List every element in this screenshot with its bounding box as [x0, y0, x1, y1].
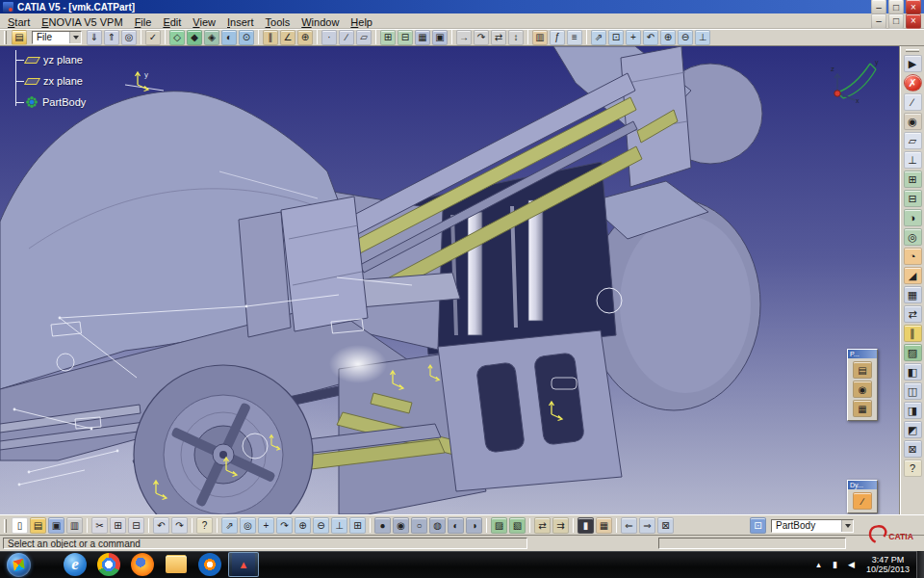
normal-view-icon[interactable]: ⊥ — [695, 30, 710, 45]
snap-to-point-icon[interactable]: ▣ — [432, 30, 448, 45]
mass-properties-icon[interactable]: ⊕ — [297, 30, 313, 45]
measure-item-icon[interactable]: ∠ — [280, 30, 295, 45]
fly-mode-icon[interactable]: ⇗ — [221, 517, 238, 534]
toolbar-grip[interactable] — [4, 519, 7, 533]
isometric-view-icon[interactable]: ◇ — [169, 30, 185, 45]
partbody-icon[interactable] — [26, 96, 38, 108]
send-to-icon[interactable]: ⇉ — [552, 517, 569, 534]
loft-icon[interactable]: ◨ — [904, 402, 922, 419]
sketcher-icon[interactable]: ∕ — [904, 93, 922, 111]
scale-icon[interactable]: ↕ — [508, 30, 524, 45]
tree-node-label[interactable]: PartBody — [42, 96, 86, 108]
volume-icon[interactable]: ◀ — [845, 557, 858, 572]
formula-icon[interactable]: ƒ — [550, 30, 565, 45]
chevron-down-icon[interactable] — [841, 520, 853, 532]
shading-mode-icon[interactable]: ◆ — [187, 30, 202, 45]
fly-through-icon[interactable]: ⇗ — [591, 30, 606, 45]
catalog-icon[interactable]: ▦ — [596, 517, 612, 534]
network-icon[interactable]: ▮ — [829, 557, 841, 572]
axis-system-icon[interactable]: ⊥ — [904, 151, 922, 169]
toolbar-grip[interactable] — [906, 49, 919, 52]
menu-file[interactable]: File — [129, 15, 158, 29]
open-document-icon[interactable]: ▤ — [30, 517, 46, 534]
hide-show-icon[interactable]: ◐ — [221, 30, 237, 45]
open-folder-icon[interactable]: ▤ — [12, 30, 27, 45]
previous-view-icon[interactable]: ⇐ — [621, 517, 637, 534]
rear-wing-endplate-left[interactable] — [281, 197, 368, 331]
view-compass[interactable]: z y x — [828, 50, 882, 104]
power-input-field[interactable]: PartBody — [771, 519, 854, 533]
menu-edit[interactable]: Edit — [157, 15, 187, 29]
catalog-browser-icon[interactable]: ▥ — [532, 30, 548, 45]
graph-tree-icon[interactable]: ⊠ — [657, 517, 674, 534]
chamfer-icon[interactable]: ◢ — [904, 267, 922, 284]
rotate-3d-icon[interactable]: ↷ — [276, 517, 293, 534]
quick-print-icon[interactable]: ▤ — [853, 361, 872, 379]
3d-viewport[interactable]: y — [0, 46, 900, 514]
shaft-icon[interactable]: ◑ — [904, 209, 922, 226]
taskbar-clock[interactable]: 3:47 PM 10/25/2013 — [866, 555, 910, 574]
edge-fillet-icon[interactable]: ◔ — [904, 248, 922, 265]
customize-view-icon[interactable]: ◍ — [429, 517, 446, 534]
remove-face-icon[interactable]: ◩ — [904, 421, 922, 438]
show-desktop-button[interactable] — [916, 551, 924, 578]
magnifier-icon[interactable]: ⊙ — [239, 30, 254, 45]
paint-icon[interactable]: ▧ — [509, 517, 526, 534]
work-on-grid-icon[interactable]: ▦ — [415, 30, 430, 45]
rotate-icon[interactable]: ↷ — [474, 30, 489, 45]
graph-tool-icon[interactable]: ⊠ — [904, 440, 922, 458]
measure-inertia-icon[interactable]: ▮ — [578, 517, 594, 534]
plane-icon[interactable] — [24, 57, 40, 64]
zoom-in-icon[interactable]: ⊕ — [295, 517, 311, 534]
media-player-taskbar-button[interactable] — [194, 552, 225, 577]
close-icon[interactable]: ✗ — [904, 74, 922, 92]
enovia-open-icon[interactable]: ⇑ — [104, 30, 119, 45]
sew-surface-icon[interactable]: ◧ — [904, 363, 922, 381]
menu-tools[interactable]: Tools — [260, 15, 296, 29]
minimize-document-icon[interactable]: – — [871, 13, 886, 29]
zoom-out-view-icon[interactable]: ⊖ — [678, 30, 693, 45]
tree-node-zx-plane[interactable]: zx plane — [15, 73, 83, 89]
windows-explorer-taskbar-button[interactable] — [161, 552, 192, 577]
pocket-tool-icon[interactable]: ⊟ — [904, 190, 922, 207]
wireframe-icon[interactable]: ○ — [411, 517, 427, 534]
redo-icon[interactable]: ↷ — [171, 517, 188, 534]
menu-help[interactable]: Help — [345, 15, 378, 29]
cut-icon[interactable]: ✂ — [91, 517, 108, 534]
plane-icon[interactable] — [24, 78, 40, 85]
toolbar-grip[interactable] — [4, 31, 7, 44]
rectangular-pattern-icon[interactable]: ▦ — [904, 286, 922, 303]
pan-icon[interactable]: + — [258, 517, 274, 534]
plane-icon[interactable]: ▱ — [356, 30, 372, 45]
next-view-icon[interactable]: ⇒ — [639, 517, 655, 534]
fit-all-in-icon[interactable]: ◎ — [240, 517, 256, 534]
plane-tool-icon[interactable]: ▱ — [904, 132, 922, 149]
file-selector[interactable]: File — [32, 31, 82, 44]
toolbar-title[interactable]: P... — [848, 350, 877, 358]
save-document-icon[interactable]: ▣ — [48, 517, 64, 534]
help-icon[interactable]: ? — [904, 460, 922, 477]
mirror-icon[interactable]: ⇄ — [904, 305, 922, 323]
toolbar-title[interactable]: Dy... — [848, 481, 877, 489]
full-screen-icon[interactable]: ⊡ — [608, 30, 624, 45]
hole-icon[interactable]: ◎ — [904, 228, 922, 246]
tree-node-label[interactable]: yz plane — [43, 54, 83, 66]
menu-insert[interactable]: Insert — [221, 15, 260, 29]
wireframe-mode-icon[interactable]: ◈ — [204, 30, 219, 45]
analysis-icon[interactable]: ≡ — [567, 30, 582, 45]
tools-palette-icon[interactable]: ⊡ — [750, 517, 766, 534]
apply-material-icon[interactable]: ▨ — [491, 517, 507, 534]
restore-document-icon[interactable]: □ — [888, 13, 904, 29]
new-document-icon[interactable]: ▯ — [12, 517, 28, 534]
pad-tool-icon[interactable]: ⊞ — [904, 171, 922, 188]
thickness-icon[interactable]: ◫ — [904, 382, 922, 400]
enovia-save-icon[interactable]: ⇓ — [87, 30, 102, 45]
exchange-icon[interactable]: ⇄ — [534, 517, 551, 534]
create-multi-view-icon[interactable]: ⊞ — [349, 517, 366, 534]
enovia-search-icon[interactable]: ◎ — [121, 30, 137, 45]
firefox-taskbar-button[interactable] — [127, 552, 158, 577]
hidden-icons-icon[interactable]: ▴ — [812, 557, 825, 572]
whats-this-icon[interactable]: ? — [196, 517, 213, 534]
menu-view[interactable]: View — [187, 15, 221, 29]
shading-icon[interactable]: ● — [374, 517, 391, 534]
